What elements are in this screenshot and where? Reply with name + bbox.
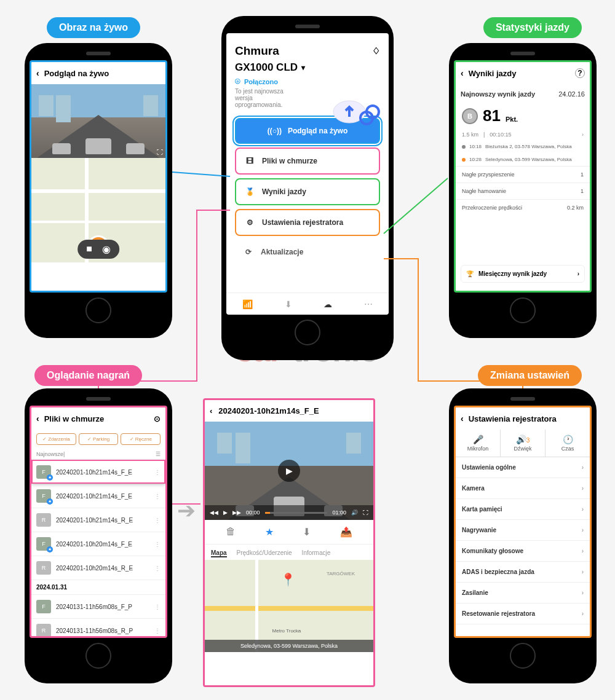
- phone-live-view: ‹ Podgląd na żywo ⛶ ■ ◉: [25, 43, 172, 338]
- more-icon[interactable]: ⋯: [364, 299, 373, 309]
- grade-badge: B: [462, 108, 478, 124]
- back-icon[interactable]: ‹: [36, 414, 39, 423]
- dashcam-feed[interactable]: ⛶: [31, 84, 165, 158]
- back-icon[interactable]: ‹: [36, 68, 39, 78]
- share-icon[interactable]: 📤: [340, 526, 352, 538]
- sort-icon[interactable]: ☰: [156, 451, 161, 457]
- camera-icon[interactable]: ■: [86, 243, 92, 255]
- date-separator: 2024.01.31: [31, 580, 165, 594]
- setting-row[interactable]: Resetowanie rejestratora›: [456, 604, 590, 624]
- file-row[interactable]: F★20240201-10h21m14s_F_E⋮: [31, 460, 165, 484]
- live-map[interactable]: ■ ◉: [31, 158, 165, 262]
- cloud-tab-icon[interactable]: ☁: [323, 299, 332, 309]
- firmware-status: To jest najnowsza wersja oprogramowania.: [226, 88, 306, 114]
- video-header: ‹ 20240201-10h21m14s_F_E: [205, 400, 373, 422]
- wifi-icon[interactable]: 📶: [242, 299, 253, 309]
- star-icon[interactable]: ★: [265, 526, 274, 538]
- video-tabs: MapaPrędkość/UderzenieInformacje: [205, 545, 373, 560]
- play-mode-icon[interactable]: ⊙: [154, 414, 161, 423]
- file-row[interactable]: F20240131-11h56m08s_F_P⋮: [31, 594, 165, 618]
- filter-chip[interactable]: ✓ Zdarzenia: [36, 433, 76, 445]
- volume-icon[interactable]: 🔊: [351, 509, 358, 516]
- score-display: B 81 Pkt.: [456, 104, 590, 132]
- fullscreen-icon[interactable]: ⛶: [157, 149, 163, 155]
- setting-row[interactable]: Ustawienia ogólne›: [456, 457, 590, 478]
- file-row[interactable]: R20240201-10h21m14s_R_E⋮: [31, 508, 165, 532]
- stats-header: ‹ Wyniki jazdy ?: [456, 62, 590, 84]
- label-recordings: Oglądanie nagrań: [34, 365, 142, 386]
- fullscreen-icon[interactable]: ⛶: [363, 509, 368, 516]
- back-icon[interactable]: ‹: [210, 406, 212, 415]
- download-icon[interactable]: ⬇: [285, 299, 292, 309]
- prev-icon[interactable]: ◀◀: [210, 509, 218, 516]
- score-value: 81: [483, 106, 501, 125]
- setting-row[interactable]: Zasilanie›: [456, 583, 590, 604]
- trip-end: 10:28 Seledynowa, 03-599 Warszawa, Polsk…: [456, 153, 590, 166]
- recorder-settings-button[interactable]: ⚙ Ustawienia rejestratora: [235, 209, 380, 236]
- stat-row: Nagłe przyspieszenie1: [456, 166, 590, 183]
- phone-cloud: Chmura ♢ GX1000 CLD▾ ⦾ Połączono To jest…: [221, 16, 394, 360]
- filter-chips: ✓ Zdarzenia✓ Parking✓ Ręczne: [31, 430, 165, 449]
- stat-row: Nagłe hamowanie1: [456, 183, 590, 199]
- setting-row[interactable]: ADAS i bezpieczna jazda›: [456, 562, 590, 583]
- phone-stats: ‹ Wyniki jazdy ? Najnowszy wynik jazdy 2…: [449, 43, 597, 338]
- driving-scores-button[interactable]: 🏅 Wyniki jazdy: [235, 178, 380, 205]
- files-header: ‹ Pliki w chmurze ⊙: [31, 407, 165, 430]
- filter-chip[interactable]: ✓ Ręczne: [121, 433, 161, 445]
- trophy-icon: 🏆: [466, 270, 474, 277]
- play-icon[interactable]: ▶: [223, 509, 228, 516]
- video-toolbar: 🗑 ★ ⬇ 📤: [205, 520, 373, 545]
- file-row[interactable]: F★20240201-10h20m14s_F_E⋮: [31, 532, 165, 556]
- trip-meta[interactable]: 1.5 km| 00:10:15 ›: [456, 132, 590, 140]
- quick-setting-mic[interactable]: 🎤Mikrofon: [456, 430, 501, 457]
- bell-icon[interactable]: ♢: [372, 45, 380, 57]
- video-tab[interactable]: Prędkość/Uderzenie: [237, 549, 292, 557]
- shutter-icon[interactable]: ◉: [102, 243, 111, 255]
- device-selector[interactable]: GX1000 CLD▾: [226, 61, 389, 74]
- arrow-right-icon: ➔: [177, 498, 196, 524]
- setting-row[interactable]: Karta pamięci›: [456, 499, 590, 520]
- file-row[interactable]: R20240201-10h20m14s_R_E⋮: [31, 556, 165, 580]
- video-detail-panel: ‹ 20240201-10h21m14s_F_E ▶ ◀◀ ▶ ▶▶ 00:00…: [203, 398, 375, 687]
- file-row[interactable]: R20240131-11h56m08s_R_P⋮: [31, 618, 165, 638]
- video-player[interactable]: ▶ ◀◀ ▶ ▶▶ 00:00 01:00 🔊 ⛶: [205, 422, 373, 520]
- back-icon[interactable]: ‹: [461, 68, 464, 78]
- video-map[interactable]: 📍 TARGÓWEK Metro Trocka Seledynowa, 03-5…: [205, 560, 373, 652]
- live-title: Podgląd na żywo: [44, 69, 109, 78]
- quick-settings: 🎤Mikrofon🔊3Dźwięk🕐Czas: [456, 430, 590, 457]
- back-icon[interactable]: ‹: [461, 414, 464, 423]
- gear-icon: ⚙: [244, 216, 256, 229]
- film-icon: 🎞: [244, 155, 256, 167]
- setting-row[interactable]: Komunikaty głosowe›: [456, 541, 590, 562]
- settings-header: ‹ Ustawienia rejestratora: [456, 407, 590, 430]
- help-icon[interactable]: ?: [575, 68, 585, 78]
- connection-status: ⦾ Połączono: [226, 74, 389, 88]
- camera-controls: ■ ◉: [77, 240, 119, 259]
- updates-button[interactable]: ⟳ Aktualizacje: [235, 240, 380, 264]
- next-icon[interactable]: ▶▶: [232, 509, 241, 516]
- video-tab[interactable]: Mapa: [211, 549, 227, 557]
- bottom-nav: 📶 ⬇ ☁ ⋯: [226, 293, 389, 315]
- filter-chip[interactable]: ✓ Parking: [79, 433, 119, 445]
- phone-settings: ‹ Ustawienia rejestratora 🎤Mikrofon🔊3Dźw…: [449, 388, 597, 683]
- quick-setting-clock[interactable]: 🕐Czas: [546, 430, 590, 457]
- cloud-files-button[interactable]: 🎞 Pliki w chmurze: [235, 147, 380, 175]
- play-button[interactable]: ▶: [278, 460, 300, 482]
- address-bar: Seledynowa, 03-599 Warszawa, Polska: [205, 640, 373, 652]
- sort-row[interactable]: Najnowsze| ☰: [31, 449, 165, 460]
- video-tab[interactable]: Informacje: [302, 549, 331, 557]
- setting-row[interactable]: Kamera›: [456, 478, 590, 499]
- download-icon[interactable]: ⬇: [303, 526, 311, 538]
- cloud-graphic: [331, 93, 380, 130]
- file-row[interactable]: F★20240201-10h21m14s_F_E⋮: [31, 484, 165, 508]
- setting-row[interactable]: Nagrywanie›: [456, 520, 590, 541]
- monthly-score-button[interactable]: 🏆 Miesięczny wynik jazdy ›: [461, 265, 585, 283]
- update-icon: ⟳: [242, 246, 255, 258]
- quick-setting-vol[interactable]: 🔊3Dźwięk: [501, 430, 546, 457]
- trip-start: 10:18 Bieżuńska 2, 03-578 Warszawa, Pols…: [456, 140, 590, 153]
- label-live-view: Obraz na żywo: [47, 17, 140, 38]
- cloud-header: Chmura ♢: [226, 33, 389, 61]
- latest-score-header: Najnowszy wynik jazdy 24.02.16: [456, 84, 590, 104]
- trash-icon[interactable]: 🗑: [226, 526, 236, 538]
- stat-row: Przekroczenie prędkości0.2 km: [456, 199, 590, 216]
